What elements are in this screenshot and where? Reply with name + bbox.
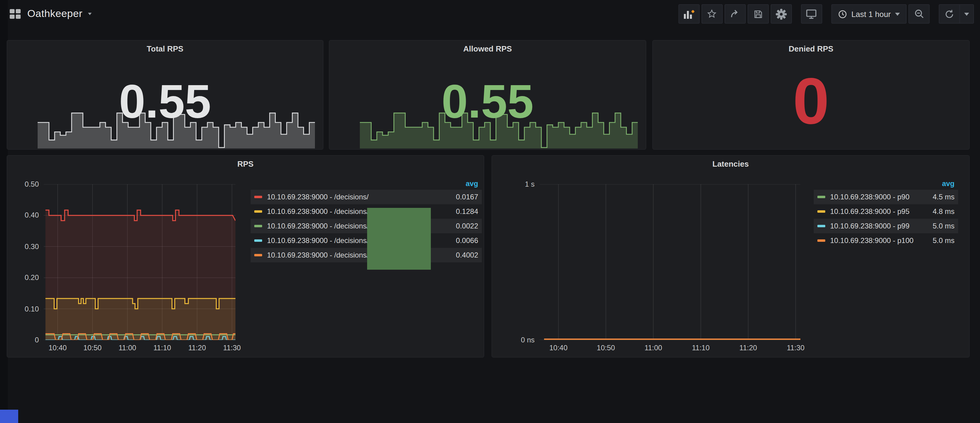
legend-avg-value: 0.0022 [448, 222, 478, 230]
panel-latencies-graph: Latencies 0 ns1 s10:4010:5011:0011:1011:… [492, 155, 970, 358]
share-button[interactable] [724, 4, 746, 24]
legend-avg-value: 4.8 ms [924, 207, 955, 216]
y-tick-label: 0 ns [508, 336, 535, 344]
legend-row[interactable]: 10.10.69.238:9000 - p99 5.0 ms [814, 219, 958, 233]
y-tick-label: 1 s [508, 180, 535, 189]
legend-series-label[interactable]: 10.10.69.238:9000 - p100 [830, 236, 919, 245]
legend-avg-value: 4.5 ms [924, 193, 955, 201]
series-color-swatch [254, 254, 262, 256]
latencies-plot-area[interactable]: 0 ns1 s10:4010:5011:0011:1011:2011:30 [539, 184, 800, 340]
dashboard-title-caret-icon[interactable] [88, 13, 92, 15]
panel-title[interactable]: Latencies [492, 159, 969, 168]
legend-row[interactable]: 10.10.69.238:9000 - p90 4.5 ms [814, 190, 958, 204]
y-tick-label: 0 [12, 336, 39, 344]
time-range-picker[interactable]: Last 1 hour [831, 4, 907, 24]
grafana-dashboard: Oathkeeper [0, 0, 980, 423]
x-tick-label: 11:10 [692, 344, 710, 352]
series-color-swatch [818, 196, 825, 198]
stat-value: 0.55 [329, 76, 646, 127]
monitor-icon [805, 8, 818, 19]
legend-row[interactable]: 10.10.69.238:9000 - /decisions/ 0.0022 [251, 219, 482, 233]
series-color-swatch [818, 210, 825, 213]
x-tick-label: 10:40 [49, 344, 67, 352]
star-button[interactable] [702, 4, 723, 24]
legend-series-label[interactable]: 10.10.69.238:9000 - p99 [830, 222, 919, 230]
x-tick-label: 11:00 [644, 344, 662, 352]
refresh-icon [944, 9, 955, 19]
zoom-out-button[interactable] [908, 4, 930, 24]
panel-title[interactable]: Allowed RPS [329, 44, 646, 53]
dashboard-title[interactable]: Oathkeeper [27, 8, 83, 20]
panel-denied-rps: Denied RPS 0 [652, 40, 970, 150]
panel-rps-graph: RPS 00.100.200.300.400.5010:4010:5011:00… [7, 155, 484, 358]
panel-allowed-rps: Allowed RPS 0.55 [329, 40, 646, 150]
series-color-swatch [254, 196, 262, 198]
legend-row[interactable]: 10.10.69.238:9000 - p100 5.0 ms [814, 233, 958, 248]
legend-row[interactable]: 10.10.69.238:9000 - /decisions/ 0.4002 [251, 248, 482, 262]
green-overlay [367, 208, 431, 270]
refresh-button[interactable] [939, 4, 960, 24]
panel-title[interactable]: Total RPS [7, 44, 323, 53]
series-color-swatch [254, 210, 262, 213]
stat-value: 0.55 [7, 76, 323, 127]
rps-legend: avg 10.10.69.238:9000 - /decisions/ 0.01… [251, 178, 482, 262]
legend-avg-value: 0.0167 [448, 193, 478, 201]
save-icon [753, 9, 764, 19]
add-panel-button[interactable] [678, 4, 700, 24]
add-panel-icon [683, 8, 695, 19]
x-tick-label: 11:20 [740, 344, 757, 352]
y-tick-label: 0.40 [12, 211, 39, 220]
series-color-swatch [818, 239, 825, 242]
stat-value: 0 [653, 66, 969, 136]
series-color-swatch [254, 239, 262, 242]
legend-avg-header[interactable]: avg [251, 178, 482, 190]
legend-row[interactable]: 10.10.69.238:9000 - /decisions/ 0.1284 [251, 204, 482, 219]
star-icon [706, 8, 718, 19]
settings-button[interactable] [771, 4, 792, 24]
x-tick-label: 11:20 [188, 344, 206, 352]
cycle-view-button[interactable] [801, 4, 822, 24]
series-color-swatch [818, 225, 825, 227]
series-color-swatch [254, 225, 262, 227]
refresh-interval-dropdown[interactable] [960, 4, 974, 24]
panel-total-rps: Total RPS 0.55 [7, 40, 323, 150]
save-button[interactable] [748, 4, 769, 24]
x-tick-label: 10:50 [597, 344, 615, 352]
zoom-out-icon [913, 8, 924, 19]
rps-plot-area[interactable]: 00.100.200.300.400.5010:4010:5011:0011:1… [44, 184, 235, 340]
x-tick-label: 11:30 [223, 344, 240, 352]
refresh-interval-caret-icon [964, 13, 969, 16]
y-tick-label: 0.10 [12, 304, 39, 313]
legend-avg-header[interactable]: avg [814, 178, 958, 190]
legend-avg-value: 0.0066 [448, 236, 478, 245]
blue-corner-badge [0, 410, 18, 423]
legend-series-label[interactable]: 10.10.69.238:9000 - p95 [830, 207, 919, 216]
y-tick-label: 0.20 [12, 273, 39, 282]
x-tick-label: 10:40 [549, 344, 567, 352]
time-range-label: Last 1 hour [851, 10, 891, 19]
x-tick-label: 11:10 [154, 344, 171, 352]
gear-icon [775, 8, 787, 20]
navbar: Oathkeeper [0, 0, 980, 28]
x-tick-label: 10:50 [83, 344, 102, 352]
share-icon [730, 8, 741, 19]
legend-row[interactable]: 10.10.69.238:9000 - p95 4.8 ms [814, 204, 958, 219]
legend-series-label[interactable]: 10.10.69.238:9000 - /decisions/ [267, 193, 443, 201]
time-range-caret-icon [895, 13, 900, 16]
panel-title[interactable]: Denied RPS [653, 44, 969, 53]
clock-icon [838, 10, 847, 19]
dashboard-picker-grid-icon[interactable] [10, 9, 21, 19]
legend-row[interactable]: 10.10.69.238:9000 - /decisions/ 0.0167 [251, 190, 482, 204]
legend-series-label[interactable]: 10.10.69.238:9000 - p90 [830, 193, 919, 201]
x-tick-label: 11:30 [787, 344, 804, 352]
legend-avg-value: 0.4002 [448, 251, 478, 259]
legend-row[interactable]: 10.10.69.238:9000 - /decisions/ 0.0066 [251, 233, 482, 248]
x-tick-label: 11:00 [119, 344, 136, 352]
legend-avg-value: 5.0 ms [924, 236, 955, 245]
legend-avg-value: 0.1284 [448, 207, 478, 216]
legend-avg-value: 5.0 ms [924, 222, 955, 230]
panel-title[interactable]: RPS [7, 159, 484, 168]
latencies-legend: avg 10.10.69.238:9000 - p90 4.5 ms 10.10… [814, 178, 958, 248]
y-tick-label: 0.30 [12, 242, 39, 251]
y-tick-label: 0.50 [12, 180, 39, 189]
